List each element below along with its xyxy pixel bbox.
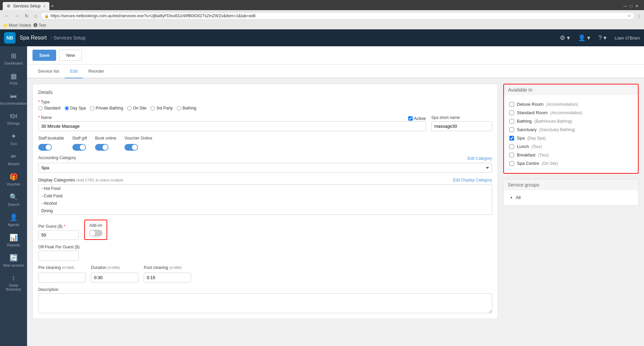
edit-display-category-link[interactable]: Edit Display Category [453, 178, 492, 182]
available-spa: Spa (Day Spa) [509, 134, 632, 142]
pre-cleaning-label: Pre cleaning (H:MM) [38, 265, 86, 270]
spa-centre-checkbox[interactable] [509, 161, 514, 166]
voucher-online-toggle[interactable] [124, 144, 138, 151]
sidebar-item-voucher[interactable]: 🎁 Voucher [0, 170, 27, 189]
sidebar-label-spa: Spa [10, 142, 17, 146]
bookmark-test[interactable]: 🅝 Test [33, 23, 46, 28]
sidebar-item-new-session[interactable]: 🔄 New session [0, 251, 27, 270]
edit-category-link[interactable]: Edit Category [467, 156, 492, 161]
display-category-list[interactable]: - Hot Food - Cold Food - Alcohol Dining … [38, 184, 492, 215]
maximize-button[interactable]: □ [630, 4, 632, 8]
standard-room-checkbox[interactable] [509, 110, 514, 115]
tab-close-button[interactable]: × [43, 4, 45, 8]
name-input[interactable] [38, 121, 426, 131]
spa-checkbox[interactable] [509, 136, 514, 141]
sidebar-item-search[interactable]: 🔍 Search [0, 190, 27, 209]
address-text[interactable]: https://secure.netbookings.com.au/test/s… [50, 14, 626, 18]
addon-toggle[interactable] [89, 230, 102, 237]
tab-service-list[interactable]: Service list [32, 65, 65, 78]
description-label: Description [38, 287, 492, 292]
display-cat-stay[interactable]: Stay [39, 215, 492, 215]
new-button[interactable]: New [59, 50, 82, 61]
pre-cleaning-input[interactable] [38, 273, 86, 282]
bookmark-most-visited[interactable]: ⭐ Most Visited [3, 23, 31, 28]
sanctuary-checkbox[interactable] [509, 127, 514, 132]
per-guest-input[interactable] [38, 230, 79, 240]
help-icon[interactable]: ? ▾ [598, 34, 606, 42]
user-name[interactable]: Liam O'Brien [615, 35, 640, 41]
sidebar-item-accommodation[interactable]: 🛏 Accommodation [0, 90, 27, 108]
back-button[interactable]: ← [3, 13, 11, 19]
book-online-toggle[interactable] [95, 144, 109, 151]
display-cat-hot-food[interactable]: - Hot Food [39, 185, 492, 192]
offpeak-input[interactable] [38, 251, 79, 261]
accounting-label: Accounting Category [38, 155, 76, 160]
display-cat-header: Display Categories Hold CTRL to select m… [38, 177, 492, 182]
app-logo[interactable]: NB [4, 32, 16, 44]
bathing-checkbox[interactable] [509, 119, 514, 124]
type-on-site[interactable]: On Site [127, 106, 146, 110]
app-subtitle: - Services Setup [51, 35, 86, 41]
spa-sub: (Day Spa) [527, 136, 546, 141]
display-cat-group: Display Categories Hold CTRL to select m… [38, 177, 492, 215]
active-checkbox-group[interactable]: Active [408, 116, 426, 121]
tab-reorder[interactable]: Reorder [83, 65, 110, 78]
sidebar-item-reports[interactable]: 📊 Reports [0, 231, 27, 250]
type-3rd-party[interactable]: 3rd Party [151, 106, 173, 110]
home-button[interactable]: ⌂ [32, 13, 39, 19]
staff-gift-toggle[interactable] [72, 144, 86, 151]
duration-label: Duration (H:MM) [91, 265, 138, 270]
active-checkbox[interactable] [408, 116, 413, 121]
type-private-bathing[interactable]: Private Bathing [90, 106, 123, 110]
save-button[interactable]: Save [32, 50, 56, 61]
breakfast-checkbox[interactable] [509, 153, 514, 157]
new-tab-button[interactable]: + [51, 3, 54, 9]
settings-icon[interactable]: ⚙ ▾ [560, 34, 570, 42]
sidebar-label-voucher: Voucher [7, 182, 20, 186]
display-cat-cold-food[interactable]: - Cold Food [39, 192, 492, 200]
sidebar-item-agents[interactable]: 👤 Agents [0, 211, 27, 229]
sidebar-item-pos[interactable]: ▦ POS [0, 69, 27, 88]
sidebar-item-swap-business[interactable]: ↕ Swap Business [0, 271, 27, 294]
toggles-row: Staff bookable Staff gift [38, 136, 492, 151]
address-bar[interactable]: 🔒 https://secure.netbookings.com.au/test… [41, 12, 635, 20]
addon-box: Add-on [84, 220, 107, 240]
bookmark-icon[interactable]: ☆ [627, 14, 631, 18]
close-window-button[interactable]: ✕ [635, 4, 639, 8]
tab-edit[interactable]: Edit [65, 65, 83, 78]
sidebar-label-accommodation: Accommodation [0, 101, 27, 105]
display-cat-dining[interactable]: Dining [39, 207, 492, 215]
browser-tab[interactable]: ⚙ Services Setup × [3, 2, 49, 10]
extensions-icon[interactable]: ⋮ [637, 14, 641, 19]
available-sanctuary: Sanctuary (Sanctuary Bathing) [509, 125, 632, 134]
available-lunch: Lunch (Tour) [509, 142, 632, 151]
sidebar: ⊞ Dashboard ▦ POS 🛏 Accommodation 🍽 Dini… [0, 46, 27, 346]
post-cleaning-input[interactable] [144, 273, 191, 282]
duration-input[interactable] [91, 273, 138, 282]
user-icon[interactable]: 👤 ▾ [578, 34, 590, 42]
refresh-button[interactable]: ↻ [23, 13, 30, 19]
sidebar-item-spa[interactable]: ✦ Spa [0, 129, 27, 148]
type-standard[interactable]: Standard [38, 106, 61, 110]
display-cat-alcohol[interactable]: - Alcohol [39, 200, 492, 207]
type-bathing[interactable]: Bathing [177, 106, 197, 110]
details-title: Details [38, 90, 492, 95]
new-session-icon: 🔄 [9, 254, 18, 262]
minimize-button[interactable]: — [623, 4, 627, 8]
per-guest-label: Per Guest ($) * [38, 224, 79, 229]
sidebar-item-dinings[interactable]: 🍽 Dinings [0, 109, 27, 128]
accounting-row: Accounting Category Edit Category Spa [38, 155, 492, 173]
spa-short-input[interactable] [431, 121, 492, 131]
staff-bookable-toggle[interactable] [38, 144, 52, 151]
tab-favicon: ⚙ [7, 4, 10, 8]
type-day-spa[interactable]: Day Spa [65, 106, 86, 110]
description-textarea[interactable] [38, 293, 492, 313]
sidebar-item-dashboard[interactable]: ⊞ Dashboard [0, 49, 27, 68]
per-guest-group: Per Guest ($) * [38, 224, 79, 240]
deluxe-room-checkbox[interactable] [509, 102, 514, 107]
accounting-select[interactable]: Spa [38, 163, 492, 173]
sidebar-item-wizard[interactable]: ✏ Wizard [0, 150, 27, 169]
sanctuary-label: Sanctuary [517, 127, 537, 132]
lunch-checkbox[interactable] [509, 144, 514, 149]
forward-button[interactable]: → [13, 13, 21, 19]
